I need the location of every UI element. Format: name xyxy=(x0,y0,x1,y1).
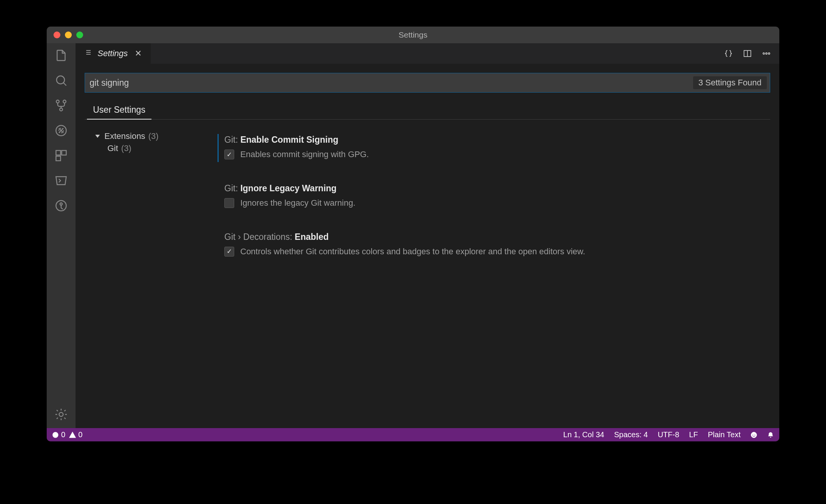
setting-checkbox[interactable]: ✓ xyxy=(224,247,234,257)
maximize-window-button[interactable] xyxy=(76,32,83,38)
status-warnings-count: 0 xyxy=(78,430,82,439)
setting-title: Git: Ignore Legacy Warning xyxy=(224,183,763,194)
terminal-icon[interactable] xyxy=(54,174,68,187)
status-bar: 0 0 Ln 1, Col 34 Spaces: 4 UTF-8 LF Plai… xyxy=(47,428,779,441)
status-language-mode[interactable]: Plain Text xyxy=(708,430,741,439)
status-eol[interactable]: LF xyxy=(689,430,698,439)
app-window: Settings xyxy=(47,27,779,441)
toc-label: Git xyxy=(107,143,118,153)
close-tab-icon[interactable]: ✕ xyxy=(133,49,143,58)
toc-count: (3) xyxy=(121,143,131,153)
setting-git-ignore-legacy-warning: Git: Ignore Legacy Warning Ignores the l… xyxy=(218,179,770,219)
titlebar: Settings xyxy=(47,27,779,43)
extensions-icon[interactable] xyxy=(54,149,68,162)
svg-point-3 xyxy=(63,100,66,103)
status-errors[interactable]: 0 xyxy=(52,430,65,439)
svg-point-26 xyxy=(751,432,757,438)
user-settings-tab[interactable]: User Settings xyxy=(87,101,151,120)
setting-key: Enabled xyxy=(295,232,328,242)
status-warnings[interactable]: 0 xyxy=(69,430,82,439)
svg-rect-9 xyxy=(56,156,61,161)
svg-point-0 xyxy=(57,76,65,84)
explorer-icon[interactable] xyxy=(54,49,68,62)
settings-toc: Extensions (3) Git (3) xyxy=(85,126,210,428)
svg-point-28 xyxy=(755,434,755,435)
svg-point-2 xyxy=(56,100,59,103)
activity-bar xyxy=(47,43,76,428)
svg-point-18 xyxy=(763,53,765,54)
window-title: Settings xyxy=(47,30,779,39)
tab-bar: Settings ✕ xyxy=(76,43,779,64)
setting-description: Enables commit signing with GPG. xyxy=(240,149,369,161)
svg-rect-7 xyxy=(56,151,61,155)
svg-point-19 xyxy=(766,53,767,54)
svg-point-27 xyxy=(752,434,753,435)
setting-scope: Git: xyxy=(224,183,238,193)
source-control-icon[interactable] xyxy=(54,99,68,112)
setting-checkbox[interactable]: ✓ xyxy=(224,150,234,159)
setting-checkbox[interactable] xyxy=(224,198,234,208)
setting-key: Enable Commit Signing xyxy=(240,135,338,145)
svg-point-11 xyxy=(60,203,62,205)
status-cursor-position[interactable]: Ln 1, Col 34 xyxy=(563,430,604,439)
more-actions-icon[interactable] xyxy=(761,48,772,59)
minimize-window-button[interactable] xyxy=(65,32,72,38)
app-body: Settings ✕ 3 xyxy=(47,43,779,428)
settings-gear-icon[interactable] xyxy=(54,408,68,421)
toc-count: (3) xyxy=(148,131,159,141)
search-results-count: 3 Settings Found xyxy=(693,76,767,89)
settings-search-box: 3 Settings Found xyxy=(85,73,770,93)
feedback-icon[interactable] xyxy=(750,432,757,438)
svg-point-4 xyxy=(60,108,63,111)
close-window-button[interactable] xyxy=(54,32,60,38)
setting-description: Ignores the legacy Git warning. xyxy=(240,197,355,209)
setting-git-decorations-enabled: Git › Decorations: Enabled ✓ Controls wh… xyxy=(218,227,770,268)
settings-results: Git: Enable Commit Signing ✓ Enables com… xyxy=(210,126,770,428)
status-encoding[interactable]: UTF-8 xyxy=(658,430,679,439)
settings-editor: 3 Settings Found User Settings Extension… xyxy=(76,64,779,428)
svg-rect-8 xyxy=(62,151,66,155)
tab-label: Settings xyxy=(98,49,128,58)
tab-settings[interactable]: Settings ✕ xyxy=(76,43,151,64)
chevron-down-icon xyxy=(95,135,100,138)
toc-git[interactable]: Git (3) xyxy=(85,142,210,154)
status-indentation[interactable]: Spaces: 4 xyxy=(614,430,648,439)
setting-scope: Git: xyxy=(224,135,238,145)
setting-scope: Git › Decorations: xyxy=(224,232,292,242)
settings-tab-icon xyxy=(85,49,92,58)
search-icon[interactable] xyxy=(54,74,68,87)
svg-point-25 xyxy=(73,436,73,436)
svg-line-1 xyxy=(63,83,66,86)
setting-title: Git: Enable Commit Signing xyxy=(224,135,763,145)
setting-title: Git › Decorations: Enabled xyxy=(224,232,763,242)
status-errors-count: 0 xyxy=(61,430,65,439)
notifications-icon[interactable] xyxy=(767,432,774,438)
editor-area: Settings ✕ 3 xyxy=(76,43,779,428)
setting-key: Ignore Legacy Warning xyxy=(240,183,336,193)
toc-extensions[interactable]: Extensions (3) xyxy=(85,130,210,142)
settings-scope-tabs: User Settings xyxy=(85,101,770,120)
traffic-lights xyxy=(47,32,83,38)
tab-actions xyxy=(723,43,779,64)
settings-search-input[interactable] xyxy=(90,73,770,92)
open-settings-json-icon[interactable] xyxy=(723,48,734,59)
settings-content: Extensions (3) Git (3) Git: Enable xyxy=(85,126,770,428)
svg-point-20 xyxy=(768,53,770,54)
svg-point-12 xyxy=(59,413,63,417)
split-editor-icon[interactable] xyxy=(742,48,753,59)
setting-git-enable-commit-signing: Git: Enable Commit Signing ✓ Enables com… xyxy=(218,130,770,170)
toc-label: Extensions xyxy=(104,131,145,141)
git-lens-icon[interactable] xyxy=(54,199,68,213)
setting-description: Controls whether Git contributes colors … xyxy=(240,246,585,258)
debug-icon[interactable] xyxy=(54,124,68,137)
